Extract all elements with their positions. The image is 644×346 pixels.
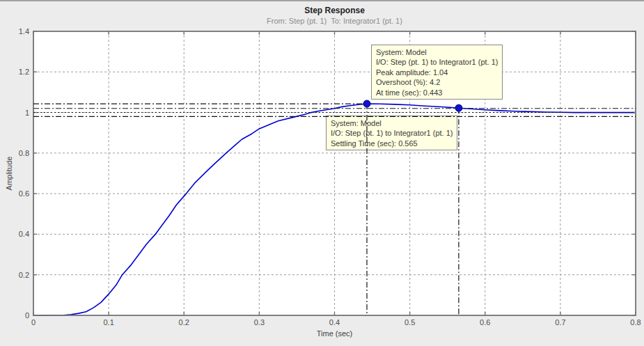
y-tick-label: 1.2 (19, 68, 29, 76)
y-tick-label: 0 (25, 311, 29, 320)
y-tick-label: 1 (25, 109, 29, 117)
step-response-figure: 00.10.20.30.40.50.60.70.800.20.40.60.811… (0, 0, 644, 346)
y-tick-label: 0.8 (19, 149, 29, 157)
data-tip-line: I/O: Step (pt. 1) to Integrator1 (pt. 1) (331, 128, 453, 138)
x-tick-label: 0.5 (405, 318, 415, 327)
peak-marker[interactable] (363, 100, 370, 107)
plot-subtitle: From: Step (pt. 1) To: Integrator1 (pt. … (33, 17, 636, 25)
plot-canvas[interactable]: 00.10.20.30.40.50.60.70.800.20.40.60.811… (0, 0, 644, 346)
y-tick-label: 0.6 (19, 189, 29, 198)
data-tip-line: System: Model (331, 118, 453, 128)
y-tick-label: 1.4 (19, 27, 29, 36)
data-tip-line: Peak amplitude: 1.04 (376, 68, 498, 77)
y-tick-label: 0.2 (19, 271, 29, 279)
x-tick-label: 0 (31, 318, 36, 327)
x-tick-label: 0.1 (103, 318, 113, 327)
x-axis-label: Time (sec) (33, 329, 636, 338)
x-tick-label: 0.2 (179, 318, 189, 327)
x-tick-label: 0.8 (630, 318, 641, 327)
x-tick-label: 0.7 (555, 318, 565, 327)
data-tip-line: Settling Time (sec): 0.565 (331, 139, 453, 148)
settling-marker[interactable] (455, 104, 462, 111)
data-tip-line: At time (sec): 0.443 (376, 88, 498, 97)
y-axis-label: Amplitude (5, 157, 13, 191)
x-tick-label: 0.3 (254, 318, 265, 327)
data-tip-settling[interactable]: System: ModelI/O: Step (pt. 1) to Integr… (326, 116, 457, 150)
x-tick-label: 0.4 (329, 318, 340, 327)
x-tick-label: 0.6 (480, 318, 490, 327)
plot-title: Step Response (33, 6, 636, 15)
y-tick-label: 0.4 (19, 230, 29, 238)
data-tip-line: Overshoot (%): 4.2 (376, 77, 498, 87)
data-tip-line: I/O: Step (pt. 1) to Integrator1 (pt. 1) (376, 57, 498, 67)
data-tip-peak[interactable]: System: ModelI/O: Step (pt. 1) to Integr… (371, 45, 503, 100)
data-tip-line: System: Model (376, 47, 498, 57)
